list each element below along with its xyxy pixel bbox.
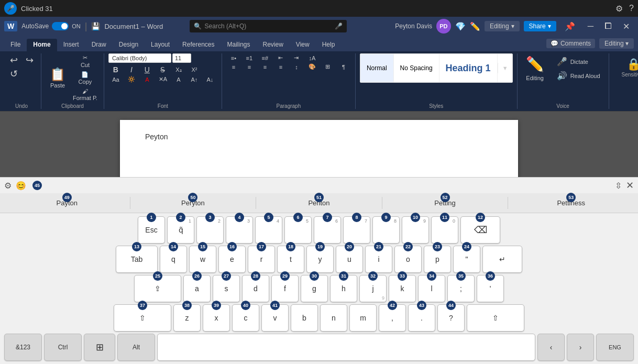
key-tab[interactable]: 13 Tab	[116, 246, 158, 273]
tab-review[interactable]: Review	[257, 39, 290, 51]
text-case-button[interactable]: Aa	[108, 75, 123, 84]
suggestion-peryton[interactable]: 50 Peryton	[130, 197, 257, 209]
bullets-button[interactable]: ≡•	[226, 54, 241, 62]
key-9[interactable]: 10 9	[402, 216, 429, 244]
key-4[interactable]: 5 4	[255, 216, 282, 244]
key-h[interactable]: 31 h	[330, 275, 357, 302]
strikethrough-button[interactable]: S̶	[156, 64, 170, 75]
align-left-button[interactable]: ≡	[226, 63, 241, 71]
key-k[interactable]: 33 k	[389, 275, 416, 302]
help-icon[interactable]: ?	[629, 4, 634, 13]
key-2[interactable]: 3 2	[196, 216, 224, 244]
style-normal[interactable]: Normal	[360, 54, 394, 82]
key-g[interactable]: 30 g	[301, 275, 328, 302]
keyboard-close-button[interactable]: ✕	[626, 180, 634, 191]
key-period[interactable]: 43 .	[408, 304, 435, 332]
key-n[interactable]: n	[320, 304, 347, 332]
key-y[interactable]: 19 y	[306, 246, 334, 273]
line-spacing-button[interactable]: ↕	[289, 63, 304, 71]
key-a[interactable]: 26 a	[183, 275, 211, 302]
font-color-button[interactable]: A	[140, 75, 155, 84]
suggestion-petting[interactable]: 52 Petting	[382, 197, 509, 209]
clear-format-button[interactable]: ✕A	[156, 75, 170, 84]
font-size-input[interactable]	[172, 53, 191, 63]
text-effects-button[interactable]: A	[171, 75, 186, 84]
numbering-button[interactable]: ≡1	[242, 54, 257, 62]
styles-expand-button[interactable]: ▼	[498, 63, 512, 73]
tab-references[interactable]: References	[176, 39, 221, 51]
autosave-toggle[interactable]	[52, 22, 69, 30]
key-7[interactable]: 8 7	[343, 216, 370, 244]
align-right-button[interactable]: ≡	[258, 63, 272, 71]
shading-button[interactable]: 🎨	[305, 62, 320, 71]
italic-button[interactable]: I	[124, 64, 139, 75]
key-semicolon[interactable]: 35 ;	[447, 275, 475, 302]
multilevel-button[interactable]: ≡#	[258, 54, 272, 62]
tab-mailings[interactable]: Mailings	[221, 39, 256, 51]
key-space[interactable]	[157, 334, 535, 361]
paste-button[interactable]: 📋 Paste	[46, 65, 70, 91]
share-button[interactable]: Share ▾	[524, 21, 556, 31]
key-lang[interactable]: ENG	[596, 334, 634, 361]
key-question[interactable]: 44 ?	[437, 304, 465, 332]
style-no-spacing[interactable]: No Spacing	[394, 54, 439, 82]
tab-draw[interactable]: Draw	[85, 39, 113, 51]
sort-button[interactable]: ↕A	[305, 54, 320, 62]
key-x[interactable]: 39 x	[203, 304, 230, 332]
resize-icon[interactable]: ⇳	[615, 181, 622, 191]
suggestion-pettiness[interactable]: 53 Pettiness	[508, 197, 634, 209]
pen-icon[interactable]: ✏️	[470, 21, 480, 31]
tab-design[interactable]: Design	[113, 39, 145, 51]
key-esc[interactable]: 1 Esc	[138, 216, 165, 244]
subscript-button[interactable]: X₂	[171, 65, 186, 74]
ribbon-editing-dropdown[interactable]: Editing ▾	[599, 38, 634, 49]
diamond-icon[interactable]: 💎	[455, 21, 466, 31]
repeat-button[interactable]: ↺	[6, 67, 21, 81]
key-ctrl[interactable]: Ctrl	[44, 334, 82, 361]
outdent-button[interactable]: ⇤	[273, 53, 288, 62]
key-6[interactable]: 7 6	[314, 216, 341, 244]
cut-button[interactable]: ✂ Cut	[71, 53, 100, 69]
highlight-button[interactable]: 🔆	[124, 75, 139, 84]
key-1[interactable]: 2 1 q̃	[167, 216, 194, 244]
bold-button[interactable]: B	[108, 64, 123, 75]
key-right-arrow[interactable]: ›	[567, 334, 594, 361]
tab-layout[interactable]: Layout	[145, 39, 176, 51]
key-3[interactable]: 4 3	[226, 216, 253, 244]
key-w[interactable]: 15 w	[189, 246, 216, 273]
mic-button[interactable]: 🎤	[4, 2, 17, 15]
style-heading1[interactable]: Heading 1	[439, 54, 498, 82]
pin-icon[interactable]: 📌	[560, 21, 579, 31]
key-enter[interactable]: ↵	[482, 246, 522, 273]
key-8[interactable]: 9 8	[372, 216, 400, 244]
key-u[interactable]: 20 u	[336, 246, 363, 273]
justify-button[interactable]: ≡	[273, 63, 288, 71]
tab-view[interactable]: View	[290, 39, 316, 51]
key-o[interactable]: 22 o	[394, 246, 422, 273]
redo-button[interactable]: ↪	[22, 53, 37, 67]
font-size-grow-button[interactable]: A↑	[187, 75, 202, 84]
font-face-input[interactable]	[108, 53, 171, 63]
editing-dropdown-button[interactable]: Editing ▾	[485, 21, 520, 31]
search-bar[interactable]: 🔍 Search (Alt+Q) 🎤	[190, 20, 347, 32]
tab-file[interactable]: File	[4, 39, 27, 51]
key-p[interactable]: 23 p	[424, 246, 451, 273]
undo-button[interactable]: ↩	[6, 53, 21, 67]
key-r[interactable]: 17 r	[248, 246, 275, 273]
key-comma[interactable]: 42 ,	[379, 304, 406, 332]
key-c[interactable]: 40 c	[232, 304, 259, 332]
key-j[interactable]: 32 j 9	[359, 275, 387, 302]
user-avatar[interactable]: PD	[436, 19, 451, 34]
borders-button[interactable]: ⊞	[321, 62, 335, 71]
tab-help[interactable]: Help	[316, 39, 342, 51]
format-painter-button[interactable]: 🖌 Format P.	[71, 87, 100, 102]
key-shift-left[interactable]: 37 ⇧	[114, 304, 171, 332]
key-i[interactable]: 21 i	[365, 246, 392, 273]
key-5[interactable]: 6 5	[284, 216, 312, 244]
key-quote[interactable]: 24 "	[453, 246, 480, 273]
key-l[interactable]: 34 l	[418, 275, 445, 302]
key-apostrophe[interactable]: 36 '	[477, 275, 504, 302]
minimize-button[interactable]: ─	[584, 21, 598, 31]
settings-icon[interactable]: ⚙	[615, 4, 623, 14]
key-win[interactable]: ⊞	[84, 334, 115, 361]
